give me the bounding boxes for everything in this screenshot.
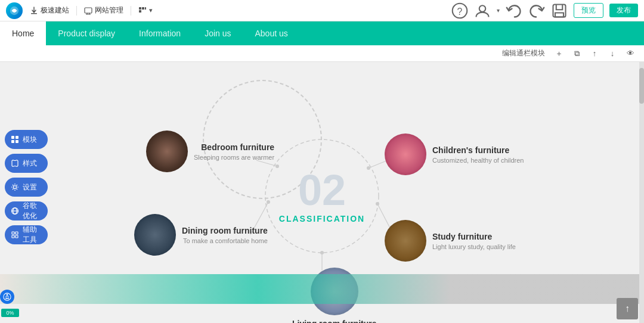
help-icon-btn[interactable]: ?: [451, 2, 468, 19]
nav-home[interactable]: Home: [0, 21, 46, 45]
sidebar-label-google: 谷歌优化: [23, 201, 42, 221]
study-image: [385, 220, 426, 262]
main-content: 模块 样式 设置 谷歌优化 辅助工具: [0, 62, 644, 323]
scrollbar-thumb[interactable]: [639, 68, 644, 104]
bottom-preview-strip: [0, 274, 644, 304]
classification-number: 02: [279, 169, 365, 212]
bedroom-item[interactable]: Bedroom furniture Sleeping rooms are war…: [146, 131, 274, 172]
svg-point-33: [7, 294, 8, 296]
children-text: Children's furniture Customized, healthy…: [432, 145, 524, 164]
sidebar-label-tools: 辅助工具: [23, 225, 42, 245]
dining-item[interactable]: Dining room furniture To make a comforta…: [134, 214, 268, 256]
copy-block-button[interactable]: ⧉: [570, 47, 583, 60]
dining-image: [134, 214, 176, 256]
sidebar-item-tools[interactable]: 辅助工具: [5, 225, 48, 244]
divider2: [131, 6, 131, 15]
progress-label: 0%: [1, 309, 19, 317]
redo-icon-btn[interactable]: [528, 2, 545, 19]
dining-subtitle: To make a comfortable home: [182, 237, 268, 244]
svg-rect-12: [16, 136, 18, 139]
nav-join-us[interactable]: Join us: [193, 21, 243, 45]
svg-rect-2: [85, 8, 92, 13]
svg-text:?: ?: [457, 7, 463, 17]
publish-button[interactable]: 发布: [609, 4, 638, 17]
svg-rect-5: [145, 7, 146, 10]
topbar-item-apps[interactable]: ▾: [138, 7, 153, 15]
children-subtitle: Customized, healthy of children: [432, 157, 524, 164]
bedroom-text: Bedroom furniture Sleeping rooms are war…: [194, 142, 274, 161]
svg-point-27: [267, 200, 270, 204]
sidebar: 模块 样式 设置 谷歌优化 辅助工具: [0, 124, 52, 250]
study-subtitle: Light luxury study, quality life: [432, 243, 516, 250]
living-title: Living room furniture: [292, 319, 377, 323]
children-image: [385, 133, 426, 175]
sidebar-item-shezhi[interactable]: 设置: [5, 178, 48, 197]
sidebar-label-mokuai: 模块: [23, 135, 37, 145]
topbar-item-wangzhanguanli[interactable]: 网站管理: [84, 5, 123, 15]
sidebar-label-shezhi: 设置: [23, 182, 37, 192]
topbar-item-jiansuzhan[interactable]: 极速建站: [30, 5, 69, 15]
children-item[interactable]: Children's furniture Customized, healthy…: [385, 133, 524, 175]
svg-point-15: [14, 186, 17, 189]
move-up-button[interactable]: ↑: [588, 47, 601, 60]
svg-rect-1: [31, 13, 37, 14]
svg-rect-18: [16, 232, 18, 234]
navbar: Home Product display Information Join us…: [0, 21, 644, 45]
svg-point-25: [367, 166, 370, 170]
sidebar-item-mokuai[interactable]: 模块: [5, 130, 48, 149]
study-title: Study furniture: [432, 232, 516, 241]
topbar-label-jiansuzhan: 极速建站: [41, 5, 69, 15]
svg-rect-11: [11, 136, 14, 139]
topbar: 极速建站 网站管理 ▾ ? ▾ 预览 发布: [0, 0, 644, 21]
svg-rect-4: [142, 7, 144, 10]
eye-button[interactable]: 👁: [624, 47, 637, 60]
svg-point-29: [376, 202, 379, 206]
svg-rect-13: [11, 140, 14, 143]
nav-product-display[interactable]: Product display: [46, 21, 127, 45]
classification-label: CLASSIFICATION: [279, 214, 365, 223]
svg-point-31: [320, 251, 324, 254]
svg-rect-3: [139, 7, 141, 10]
dining-title: Dining room furniture: [182, 226, 268, 235]
divider: [76, 6, 77, 15]
bedroom-title: Bedroom furniture: [194, 142, 274, 152]
sidebar-item-google[interactable]: 谷歌优化: [5, 201, 48, 220]
study-text: Study furniture Light luxury study, qual…: [432, 232, 516, 250]
bedroom-image: [146, 131, 188, 172]
app-logo: [6, 2, 23, 19]
topbar-label-wangzhanguanli: 网站管理: [95, 5, 123, 15]
scroll-up-button[interactable]: ↑: [617, 298, 638, 319]
living-text: Living room furniture Make a spacious ho…: [292, 319, 377, 323]
nav-about-us[interactable]: About us: [243, 21, 299, 45]
undo-icon-btn[interactable]: [506, 2, 522, 19]
classification-center: 02 CLASSIFICATION: [279, 169, 365, 223]
sidebar-label-yangshi: 样式: [23, 159, 37, 169]
right-scrollbar[interactable]: [639, 62, 644, 323]
children-title: Children's furniture: [432, 145, 524, 155]
add-block-button[interactable]: ＋: [552, 47, 565, 60]
topbar-right: ? ▾ 预览 发布: [451, 2, 638, 19]
svg-point-9: [479, 5, 486, 12]
bedroom-subtitle: Sleeping rooms are warmer: [194, 154, 274, 161]
svg-rect-20: [16, 235, 18, 238]
user-icon-btn[interactable]: [474, 2, 491, 19]
dining-text: Dining room furniture To make a comforta…: [182, 226, 268, 244]
editbar: 编辑通栏模块 ＋ ⧉ ↑ ↓ 👁: [0, 45, 644, 62]
preview-button[interactable]: 预览: [574, 3, 603, 18]
global-button[interactable]: [0, 290, 14, 304]
move-down-button[interactable]: ↓: [606, 47, 619, 60]
svg-rect-14: [16, 140, 18, 143]
nav-information[interactable]: Information: [127, 21, 193, 45]
sidebar-item-yangshi[interactable]: 样式: [5, 154, 48, 173]
svg-rect-17: [12, 232, 14, 234]
svg-rect-19: [12, 235, 14, 238]
svg-rect-6: [139, 10, 141, 13]
save-icon-btn[interactable]: [551, 2, 568, 19]
editbar-label: 编辑通栏模块: [502, 48, 545, 58]
study-item[interactable]: Study furniture Light luxury study, qual…: [385, 220, 516, 262]
